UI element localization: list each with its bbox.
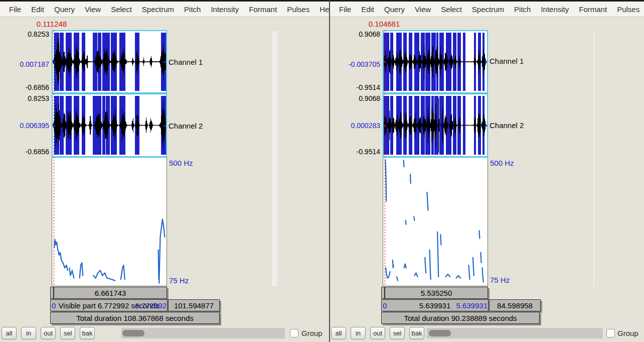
horizontal-scrollbar[interactable] [121,328,285,338]
menu-item-pulses[interactable]: Pulses [612,5,644,14]
menu-item-formant[interactable]: Formant [574,5,612,14]
menu-item-edit[interactable]: Edit [356,5,379,14]
menu-item-spectrum[interactable]: Spectrum [467,5,509,14]
cursor-line[interactable] [385,30,385,286]
zoom-out-button[interactable]: out [41,327,56,339]
visible-part-bar[interactable]: 0 Visible part 6.772992 seconds 6.772992 [50,299,168,311]
zoom-sel-button[interactable]: sel [60,327,75,339]
ch1-max-label[interactable]: 0.9068 [330,30,380,38]
ch2-mid-label[interactable]: 0.006395 [0,122,49,130]
scrollbar-thumb[interactable] [122,330,144,336]
pitch-analysis-panel[interactable] [52,157,167,286]
window-margin-strip [593,31,594,286]
menu-item-pitch[interactable]: Pitch [509,5,536,14]
menu-item-intensity[interactable]: Intensity [536,5,574,14]
zoom-bak-button[interactable]: bak [80,327,95,339]
group-checkbox[interactable] [290,329,298,337]
zoom-sel-button[interactable]: sel [390,327,405,339]
horizontal-scrollbar[interactable] [427,328,603,338]
channel1-waveform-panel[interactable] [52,30,167,93]
pitch-canvas[interactable] [383,158,488,286]
ch2-min-label[interactable]: -0.9514 [330,148,380,156]
window-divider [329,0,330,342]
time-bar-before-cursor[interactable] [381,287,385,299]
menu-item-view[interactable]: View [80,5,106,14]
time-after-window-bar[interactable]: 84.598958 [489,299,541,311]
ch1-max-label[interactable]: 0.8253 [0,30,49,38]
pitch-min-label[interactable]: 75 Hz [490,276,510,284]
visible-part-bar[interactable]: 0 5.639931 5.639931 [381,299,489,311]
ch2-min-label[interactable]: -0.6856 [0,148,49,156]
channel1-waveform-canvas[interactable] [384,31,487,92]
pitch-canvas[interactable] [52,158,167,286]
group-checkbox[interactable] [606,329,615,337]
zoom-all-button[interactable]: all [331,327,346,339]
time-bar-before-cursor[interactable] [50,287,54,299]
channel2-label: Channel 2 [490,121,524,130]
menu-item-query[interactable]: Query [379,5,410,14]
channel1-waveform-panel[interactable] [383,30,488,93]
channel1-label: Channel 1 [490,57,524,65]
mid-amplitude-tick [164,61,166,63]
pitch-analysis-panel[interactable] [383,157,488,286]
menu-item-edit[interactable]: Edit [26,5,49,14]
window-margin-strip [272,31,277,286]
zoom-in-button[interactable]: in [351,327,366,339]
menu-item-intensity[interactable]: Intensity [206,5,244,14]
praat-desktop: File Edit Query View Select Spectrum Pit… [0,0,644,342]
ch2-max-label[interactable]: 0.8253 [0,94,49,102]
total-duration-bar[interactable]: Total duration 90.238889 seconds [381,312,540,324]
time-bar-cursor-to-end[interactable]: 6.661743 [54,287,167,299]
pitch-min-label[interactable]: 75 Hz [169,276,189,285]
window-start-time[interactable]: 0 [383,301,387,310]
scrollbar-thumb[interactable] [429,330,451,336]
total-duration-bar[interactable]: Total duration 108.367868 seconds [50,312,220,324]
cursor-time-label: 0.104681 [367,20,402,28]
zoom-all-button[interactable]: all [2,327,17,339]
menu-item-select[interactable]: Select [436,5,467,14]
channel1-waveform-canvas[interactable] [53,31,166,92]
mid-amplitude-tick [485,125,487,127]
zoom-out-button[interactable]: out [370,327,385,339]
ch2-max-label[interactable]: 0.9068 [330,94,380,102]
editor-window-left: File Edit Query View Select Spectrum Pit… [0,0,329,342]
window-start-time[interactable]: 0 [52,301,56,310]
menu-item-view[interactable]: View [410,5,436,14]
visible-part-label: 5.639931 [419,301,451,310]
ch1-min-label[interactable]: -0.9514 [330,83,380,91]
cursor-line[interactable] [54,30,54,286]
window-end-time[interactable]: 6.772992 [135,301,167,310]
ch1-min-label[interactable]: -0.6856 [0,83,49,91]
time-bar-cursor-to-end[interactable]: 5.535250 [385,287,488,299]
channel2-label: Channel 2 [169,122,203,130]
channel2-waveform-panel[interactable] [52,93,167,157]
channel1-label: Channel 1 [169,58,203,66]
window-end-time[interactable]: 5.639931 [456,301,488,310]
mid-amplitude-tick [485,61,487,63]
menu-item-select[interactable]: Select [106,5,137,14]
mid-amplitude-tick [164,125,166,127]
menu-item-file[interactable]: File [334,5,356,14]
group-label: Group [617,329,638,337]
ch1-mid-label[interactable]: -0.003705 [330,60,380,68]
zoom-in-button[interactable]: in [21,327,36,339]
menu-item-pulses[interactable]: Pulses [282,5,314,14]
cursor-time-label: 0.111248 [34,20,69,28]
menu-item-spectrum[interactable]: Spectrum [137,5,179,14]
editor-window-right: File Edit Query View Select Spectrum Pit… [330,0,644,342]
channel2-waveform-panel[interactable] [383,93,488,157]
menu-item-pitch[interactable]: Pitch [179,5,206,14]
menu-bar: File Edit Query View Select Spectrum Pit… [330,2,644,17]
group-label: Group [301,329,323,337]
zoom-bak-button[interactable]: bak [409,327,424,339]
menu-item-file[interactable]: File [4,5,26,14]
ch2-mid-label[interactable]: 0.000283 [330,122,380,130]
pitch-max-label[interactable]: 500 Hz [490,159,514,167]
menu-item-query[interactable]: Query [49,5,80,14]
ch1-mid-label[interactable]: 0.007187 [0,60,49,68]
channel2-waveform-canvas[interactable] [53,94,166,156]
channel2-waveform-canvas[interactable] [384,94,487,156]
menu-item-formant[interactable]: Formant [244,5,282,14]
time-after-window-bar[interactable]: 101.594877 [168,299,220,311]
pitch-max-label[interactable]: 500 Hz [169,159,193,167]
